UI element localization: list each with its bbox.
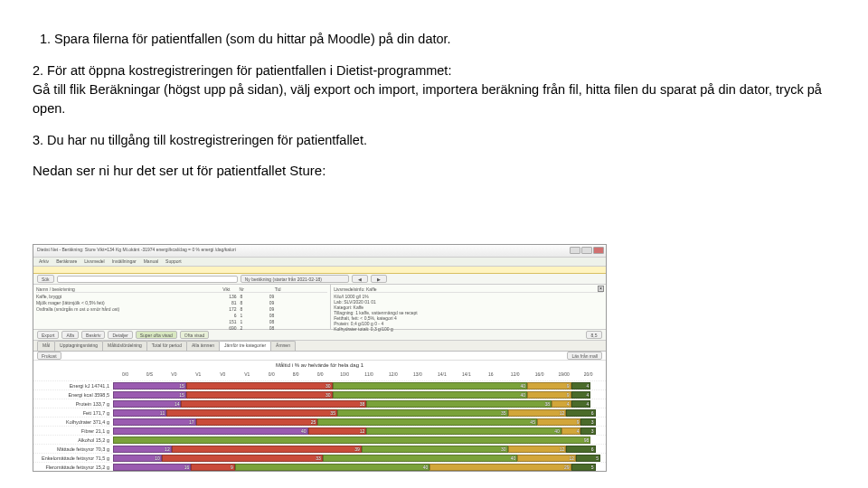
tab-strip: Mål Upptagningsnäring Måltidsfördelning … — [33, 341, 606, 352]
col-time: Tid — [275, 286, 327, 292]
toolbar: Sök Ny beräkning (startar från 2021-02-1… — [33, 274, 606, 285]
row-label: Protein 133,7 g — [33, 401, 113, 407]
btn-detaljer[interactable]: Detaljer — [108, 331, 132, 339]
tab-total[interactable]: Total för period — [146, 341, 187, 351]
minimize-button[interactable] — [570, 247, 580, 254]
chart-row: Energi kJ 14741,115304094 — [33, 380, 606, 389]
menu-bar: Arkiv Beräknare Livsmedel Inställningar … — [33, 258, 606, 267]
time-col: 14/1 — [429, 371, 454, 377]
chart-row: Fleromättade fettsyror 15,2 g16940295 — [33, 462, 606, 471]
row-bars: 40124043 — [113, 427, 600, 435]
menu-manual[interactable]: Manual — [144, 258, 158, 265]
food-row[interactable]: Kaffe, bryggt136809 — [36, 294, 327, 300]
col-nr: Nr — [240, 286, 266, 292]
bar-segment: 30 — [186, 391, 333, 399]
meal-dropdown[interactable]: Frukost — [37, 352, 61, 360]
bar-segment: 17 — [113, 418, 196, 426]
prev-button[interactable]: ◀ — [352, 275, 368, 283]
btn-alfa[interactable]: Alfa — [61, 331, 79, 339]
calc-dropdown[interactable]: Ny beräkning (startar från 2021-02-18) — [241, 275, 349, 283]
time-col: 19/00 — [552, 371, 576, 377]
time-col: 0/0 — [308, 371, 333, 377]
row-label: Energi kcal 3598,5 — [33, 392, 113, 398]
read-template-button[interactable]: Läs från mall — [567, 352, 602, 360]
bar-segment: 40 — [235, 464, 430, 471]
chart-row: Sackaros 49,7 g — [33, 471, 606, 472]
menu-livsmedel[interactable]: Livsmedel — [84, 258, 105, 265]
btn-super-ofta[interactable]: Super ofta visad — [136, 331, 177, 339]
row-bars: 103340125 — [113, 455, 600, 462]
food-row[interactable]: 6108 — [36, 313, 327, 319]
time-col: 20/0 — [576, 371, 600, 377]
col-name: Namn / beskrivning — [36, 286, 182, 292]
bar-segment: 12 — [517, 455, 576, 462]
bar-segment: 39 — [172, 446, 362, 453]
chart-row: Fett 171,7 g113535126 — [33, 408, 606, 417]
bar-segment: 10 — [113, 455, 162, 462]
row-label: Fett 171,7 g — [33, 410, 113, 416]
time-col: 16 — [478, 371, 503, 377]
tab-upptag[interactable]: Upptagningsnäring — [54, 341, 103, 351]
chart-row: Alkohol 15,2 g98 — [33, 435, 606, 444]
tab-jamfor[interactable]: Jämför tre kategorier — [219, 341, 271, 351]
menu-beraknare[interactable]: Beräknare — [56, 258, 77, 265]
search-button[interactable]: Sök — [37, 275, 54, 283]
bar-segment: 29 — [429, 464, 571, 471]
next-button[interactable]: ▶ — [371, 275, 387, 283]
bar-segment: 9 — [527, 391, 571, 399]
row-label: Fibrer 21,1 g — [33, 428, 113, 434]
menu-arkiv[interactable]: Arkiv — [39, 258, 49, 265]
tab-amnen[interactable]: Ämnen — [270, 341, 296, 351]
time-col: V1 — [186, 371, 211, 377]
time-col: 0/S — [137, 371, 162, 377]
btn-export[interactable]: Export — [37, 331, 59, 339]
menu-support[interactable]: Support — [165, 258, 182, 265]
row-bars: 17254593 — [113, 418, 600, 426]
time-col: 10/0 — [333, 371, 357, 377]
chart-row: Enkelomättade fettsyror 71,5 g103340125 — [33, 453, 606, 462]
time-col: 13/0 — [405, 371, 429, 377]
maximize-button[interactable] — [581, 247, 592, 254]
bar-segment: 5 — [576, 455, 600, 462]
tab-maltids[interactable]: Måltidsfördelning — [102, 341, 147, 351]
menu-installningar[interactable]: Inställningar — [112, 258, 137, 265]
tab-mal[interactable]: Mål — [37, 341, 55, 351]
bar-segment: 15 — [113, 382, 186, 389]
time-col: 0/0 — [259, 371, 284, 377]
row-label: Mättade fettsyror 70,3 g — [33, 446, 113, 452]
btn-ofta[interactable]: Ofta visad — [180, 331, 210, 339]
notice-bar — [33, 267, 606, 274]
row-label: Kolhydrater 371,4 g — [33, 419, 113, 425]
row-label: Fleromättade fettsyror 15,2 g — [33, 465, 113, 470]
time-col: 16/0 — [527, 371, 552, 377]
bar-segment: 4 — [571, 400, 591, 408]
time-col: 0/0 — [113, 371, 137, 377]
row-bars: 113535126 — [113, 409, 600, 417]
sel-value[interactable]: 8,5 — [586, 331, 602, 339]
time-col: 14/1 — [454, 371, 478, 377]
tab-alla[interactable]: Alla ämnen — [186, 341, 220, 351]
row-bars: 98 — [113, 436, 600, 444]
food-row[interactable]: Ostfralla (smörgås m ost o smör hård ost… — [36, 306, 327, 313]
bar-segment: 35 — [337, 409, 508, 417]
search-input[interactable] — [57, 276, 238, 283]
food-row[interactable]: Mjölk mager (lättmjölk < 0,5% fett)81809 — [36, 300, 327, 306]
btn-beskriv[interactable]: Beskriv — [81, 331, 105, 339]
food-row[interactable]: 151108 — [36, 319, 327, 325]
step-2: 2. För att öppna kostregistreringen för … — [33, 61, 835, 118]
bar-segment: 40 — [323, 455, 518, 462]
bar-segment: 33 — [162, 455, 323, 462]
close-button[interactable] — [593, 247, 604, 254]
row-bars: 123930126 — [113, 446, 600, 453]
pane-close-icon[interactable]: × — [598, 286, 604, 292]
bar-segment: 40 — [333, 391, 528, 399]
bar-segment: 15 — [113, 391, 186, 399]
bar-segment: 6 — [566, 409, 595, 417]
bar-segment: 40 — [333, 382, 528, 389]
time-col: 12/0 — [381, 371, 405, 377]
row-bars: 14383844 — [113, 400, 600, 408]
bar-segment: 9 — [527, 382, 571, 389]
time-col: 8/0 — [284, 371, 308, 377]
chart-title: Måltid i % av helvärde för hela dag 1 — [33, 362, 606, 368]
food-info-pane: × Livsmedelsinfo: Kaffe Kilo/l 1000 g/l … — [331, 285, 606, 329]
